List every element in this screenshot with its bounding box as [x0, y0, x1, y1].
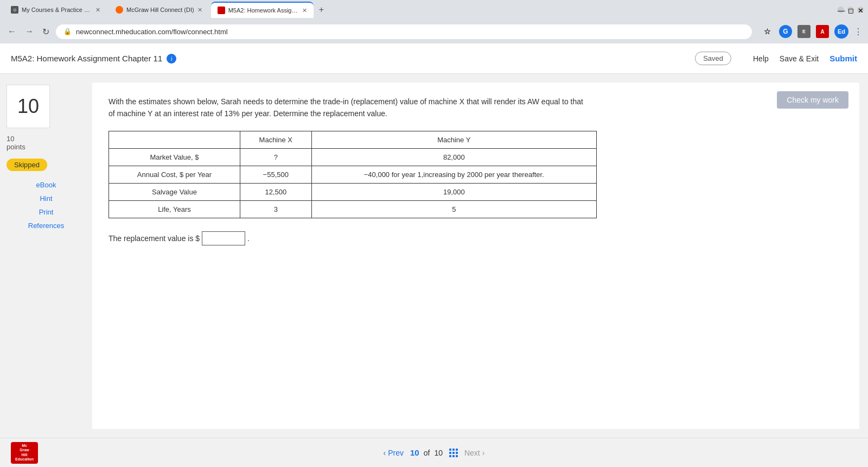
page-info: 10 of 10 [410, 448, 443, 457]
window-close[interactable]: ✕ [857, 7, 864, 13]
help-link[interactable]: Help [753, 54, 769, 63]
header-actions: Help Save & Exit Submit [753, 54, 857, 63]
tab-favicon-3 [218, 7, 225, 14]
ebook-link[interactable]: eBook [7, 180, 86, 190]
table-cell-row1-col2: −40,000 for year 1,increasing by 2000 pe… [311, 166, 596, 183]
sidebar: 10 10 points Skipped eBook Hint Print Re… [0, 74, 92, 438]
question-number-box: 10 [7, 85, 50, 128]
app-title-container: M5A2: Homework Assignment Chapter 11 i [11, 54, 353, 64]
table-row: Salvage Value 12,500 19,000 [109, 183, 597, 200]
toolbar-icons: ☆ G E A Ed ⋮ [761, 24, 863, 39]
table-cell-row1-col1: −55,500 [240, 166, 312, 183]
table-cell-row3-col1: 3 [240, 200, 312, 218]
answer-input[interactable] [202, 231, 245, 245]
user-avatar[interactable]: Ed [834, 24, 848, 39]
star-icon[interactable]: ☆ [761, 25, 774, 38]
data-table: Machine X Machine Y Market Value, $ ? 82… [108, 131, 597, 218]
window-maximize[interactable]: ◻ [847, 7, 854, 13]
save-exit-link[interactable]: Save & Exit [780, 54, 819, 63]
window-minimize[interactable]: — [838, 7, 844, 13]
answer-row: The replacement value is $ . [108, 231, 843, 245]
tab-close-1[interactable]: ✕ [95, 7, 100, 14]
lock-icon: 🔒 [63, 28, 72, 35]
question-text: With the estimates shown below, Sarah ne… [108, 96, 586, 120]
info-icon[interactable]: i [167, 54, 176, 64]
saved-badge: Saved [695, 52, 731, 65]
menu-icon[interactable]: ⋮ [854, 27, 863, 37]
forward-button[interactable]: → [23, 24, 36, 39]
table-row: Market Value, $ ? 82,000 [109, 148, 597, 166]
page-total: 10 [434, 449, 443, 457]
tab-close-3[interactable]: ✕ [302, 7, 307, 14]
table-cell-row2-col1: 12,500 [240, 183, 312, 200]
answer-suffix: . [247, 234, 250, 243]
footer-navigation: ‹ Prev 10 of 10 Next › [384, 448, 485, 457]
table-header-0 [109, 131, 240, 148]
address-row: ← → ↻ 🔒 newconnect.mheducation.com/flow/… [0, 20, 868, 43]
extension-icon-2[interactable]: E [797, 25, 810, 38]
points-value: 10 [7, 135, 86, 143]
hint-link[interactable]: Hint [7, 193, 86, 204]
references-link[interactable]: References [7, 220, 86, 231]
table-cell-row3-col0: Life, Years [109, 200, 240, 218]
footer-logo-text: McGrawHillEducation [15, 444, 34, 462]
table-row: Life, Years 3 5 [109, 200, 597, 218]
tab-favicon-2 [116, 6, 123, 14]
table-header-1: Machine X [240, 131, 312, 148]
table-cell-row1-col0: Annual Cost, $ per Year [109, 166, 240, 183]
table-header-2: Machine Y [311, 131, 596, 148]
page-current: 10 [410, 448, 419, 457]
table-row: Annual Cost, $ per Year −55,500 −40,000 … [109, 166, 597, 183]
prev-button[interactable]: ‹ Prev [384, 449, 404, 457]
submit-button[interactable]: Submit [829, 54, 857, 63]
prev-chevron-icon: ‹ [384, 449, 386, 457]
next-chevron-icon: › [482, 449, 485, 457]
sidebar-links: eBook Hint Print References [7, 180, 86, 231]
address-bar[interactable]: 🔒 newconnect.mheducation.com/flow/connec… [56, 24, 752, 39]
table-cell-row2-col0: Salvage Value [109, 183, 240, 200]
footer: McGrawHillEducation ‹ Prev 10 of 10 Next… [0, 438, 868, 467]
reload-button[interactable]: ↻ [40, 24, 52, 39]
page-of-label: of [424, 449, 430, 457]
browser-tab-3[interactable]: M5A2: Homework Assignment C ✕ [211, 2, 314, 18]
browser-tab-1[interactable]: ⊙ My Courses & Practice Exams – ✕ [4, 2, 107, 18]
next-button[interactable]: Next › [464, 449, 484, 457]
table-cell-row0-col2: 82,000 [311, 148, 596, 166]
main-content: 10 10 points Skipped eBook Hint Print Re… [0, 74, 868, 438]
prev-label: Prev [388, 449, 404, 457]
tab-label-3: M5A2: Homework Assignment C [228, 7, 299, 14]
table-cell-row2-col2: 19,000 [311, 183, 596, 200]
print-link[interactable]: Print [7, 207, 86, 217]
next-label: Next [464, 449, 480, 457]
back-button[interactable]: ← [5, 24, 18, 39]
check-my-work-button[interactable]: Check my work [777, 91, 848, 109]
browser-chrome: ⊙ My Courses & Practice Exams – ✕ McGraw… [0, 0, 868, 20]
footer-logo: McGrawHillEducation [11, 442, 38, 464]
content-panel: Check my work With the estimates shown b… [92, 83, 859, 429]
url-text: newconnect.mheducation.com/flow/connect.… [76, 28, 228, 36]
tab-close-2[interactable]: ✕ [197, 7, 202, 14]
tab-favicon-1: ⊙ [11, 6, 18, 14]
table-cell-row0-col1: ? [240, 148, 312, 166]
answer-prefix: The replacement value is $ [108, 234, 200, 243]
table-cell-row3-col2: 5 [311, 200, 596, 218]
new-tab-button[interactable]: + [316, 5, 327, 15]
app-header: M5A2: Homework Assignment Chapter 11 i S… [0, 43, 868, 74]
tab-label-2: McGraw Hill Connect (DI) [126, 7, 194, 13]
skipped-badge[interactable]: Skipped [7, 159, 47, 171]
grid-view-icon[interactable] [449, 449, 458, 457]
question-number: 10 [17, 95, 39, 118]
pdf-icon[interactable]: A [816, 25, 829, 38]
app-title-text: M5A2: Homework Assignment Chapter 11 [11, 54, 162, 63]
browser-tab-2[interactable]: McGraw Hill Connect (DI) ✕ [109, 2, 209, 18]
tab-label-1: My Courses & Practice Exams – [22, 7, 92, 13]
table-cell-row0-col0: Market Value, $ [109, 148, 240, 166]
g-extension-icon[interactable]: G [779, 25, 792, 38]
points-label: points [7, 143, 86, 151]
